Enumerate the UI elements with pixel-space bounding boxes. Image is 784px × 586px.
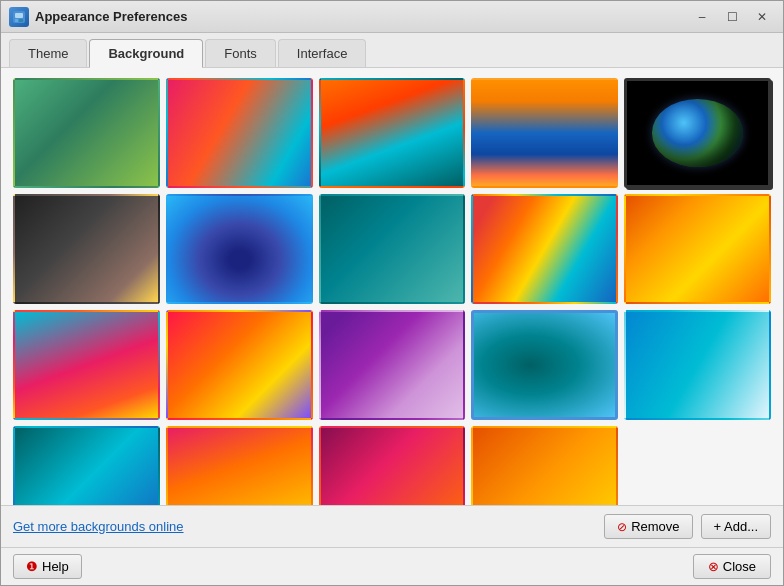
svg-rect-3: [19, 19, 23, 22]
remove-button[interactable]: ⊘ Remove: [604, 514, 692, 539]
footer-bar: Get more backgrounds online ⊘ Remove + A…: [1, 505, 783, 547]
wallpaper-item[interactable]: [319, 78, 466, 188]
wallpaper-item[interactable]: [471, 78, 618, 188]
minimize-button[interactable]: –: [689, 7, 715, 27]
help-button[interactable]: ❶ Help: [13, 554, 82, 579]
wallpaper-item[interactable]: [471, 310, 618, 420]
tab-background[interactable]: Background: [89, 39, 203, 68]
wallpaper-item[interactable]: [166, 78, 313, 188]
wallpaper-item[interactable]: [166, 310, 313, 420]
earth-graphic: [652, 99, 744, 167]
window-close-button[interactable]: ✕: [749, 7, 775, 27]
window-controls: – ☐ ✕: [689, 7, 775, 27]
help-icon: ❶: [26, 559, 38, 574]
wallpaper-item[interactable]: [319, 310, 466, 420]
wallpaper-item[interactable]: [624, 78, 771, 188]
tabs-bar: Theme Background Fonts Interface: [1, 33, 783, 68]
svg-rect-1: [15, 13, 23, 18]
close-icon: ⊗: [708, 559, 719, 574]
remove-label: Remove: [631, 519, 679, 534]
wallpaper-item[interactable]: [471, 426, 618, 505]
maximize-button[interactable]: ☐: [719, 7, 745, 27]
wallpaper-item[interactable]: [471, 194, 618, 304]
wallpaper-item[interactable]: [166, 426, 313, 505]
wallpaper-item[interactable]: [624, 310, 771, 420]
app-window: Appearance Preferences – ☐ ✕ Theme Backg…: [0, 0, 784, 586]
footer-buttons: ⊘ Remove + Add...: [604, 514, 771, 539]
remove-icon: ⊘: [617, 520, 627, 534]
close-button[interactable]: ⊗ Close: [693, 554, 771, 579]
help-label: Help: [42, 559, 69, 574]
add-button[interactable]: + Add...: [701, 514, 771, 539]
wallpaper-item[interactable]: [13, 194, 160, 304]
tab-fonts[interactable]: Fonts: [205, 39, 276, 67]
wallpaper-item[interactable]: [319, 194, 466, 304]
content-area: Style: Zoom Centered Scaled Stretched Ti…: [1, 68, 783, 505]
get-more-backgrounds-link[interactable]: Get more backgrounds online: [13, 519, 184, 534]
wallpaper-grid: [13, 78, 771, 505]
wallpaper-item[interactable]: [166, 194, 313, 304]
tab-theme[interactable]: Theme: [9, 39, 87, 67]
wallpaper-item[interactable]: [624, 194, 771, 304]
titlebar: Appearance Preferences – ☐ ✕: [1, 1, 783, 33]
wallpaper-item[interactable]: [319, 426, 466, 505]
wallpaper-item[interactable]: [13, 426, 160, 505]
svg-rect-2: [15, 19, 18, 22]
wallpaper-item[interactable]: [13, 310, 160, 420]
wallpaper-item[interactable]: [13, 78, 160, 188]
tab-interface[interactable]: Interface: [278, 39, 367, 67]
close-label: Close: [723, 559, 756, 574]
window-title: Appearance Preferences: [35, 9, 689, 24]
app-icon: [9, 7, 29, 27]
bottom-bar: ❶ Help ⊗ Close: [1, 547, 783, 585]
add-label: + Add...: [714, 519, 758, 534]
